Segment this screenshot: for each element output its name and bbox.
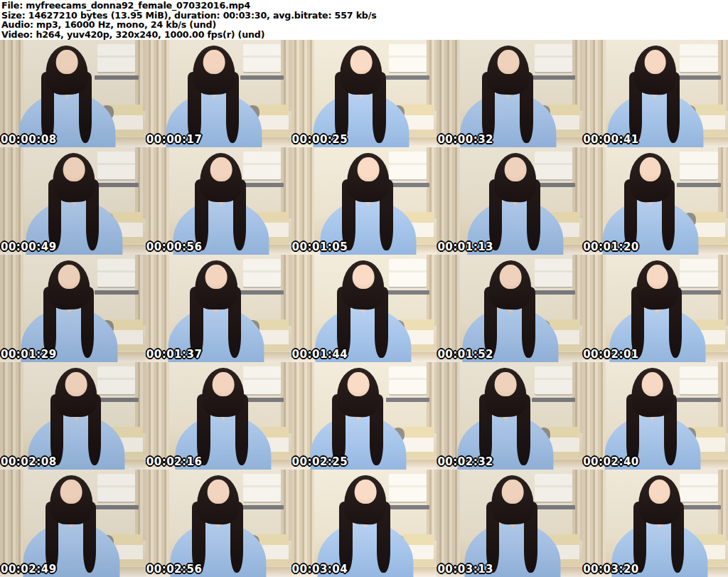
video-thumbnail: 00:02:49 [0, 470, 146, 577]
face-shape [644, 50, 666, 75]
timestamp-overlay: 00:03:13 [437, 563, 493, 576]
face-shape [494, 372, 516, 397]
video-thumbnail: 00:00:32 [437, 40, 582, 147]
video-thumbnail: 00:02:25 [291, 362, 437, 470]
video-frame-placeholder [291, 255, 437, 362]
media-info-header: File: myfreecams_donna92_female_07032016… [0, 0, 728, 40]
video-frame-placeholder [146, 255, 291, 362]
person-silhouette [4, 362, 146, 470]
person-silhouette [291, 255, 437, 362]
video-thumbnail: 00:01:05 [291, 147, 437, 255]
video-frame-placeholder [0, 40, 146, 147]
face-shape [641, 372, 663, 397]
person-silhouette [0, 470, 144, 577]
person-silhouette [146, 255, 289, 362]
face-shape [499, 265, 521, 290]
face-shape [355, 480, 377, 504]
video-frame-placeholder [582, 255, 728, 362]
video-frame-placeholder [291, 147, 437, 255]
timestamp-overlay: 00:02:25 [292, 455, 348, 468]
video-frame-placeholder [437, 362, 582, 470]
video-frame-placeholder [0, 147, 146, 255]
video-thumbnail: 00:02:32 [437, 362, 582, 470]
video-frame-placeholder [291, 470, 437, 577]
video-frame-placeholder [146, 362, 291, 470]
video-thumbnail: 00:01:13 [437, 147, 582, 255]
person-silhouette [296, 147, 437, 255]
timestamp-overlay: 00:01:52 [437, 348, 493, 361]
timestamp-overlay: 00:01:13 [437, 240, 493, 253]
thumbnail-grid: 00:00:08 00:00:17 [0, 40, 728, 577]
timestamp-overlay: 00:00:41 [583, 133, 639, 146]
video-frame-placeholder [0, 362, 146, 470]
person-silhouette [442, 147, 582, 255]
timestamp-overlay: 00:01:29 [1, 348, 57, 361]
person-silhouette [437, 362, 578, 470]
video-thumbnail: 00:01:29 [0, 255, 146, 362]
video-frame-placeholder [0, 255, 146, 362]
face-shape [203, 50, 225, 75]
person-silhouette [437, 255, 582, 362]
face-shape [648, 480, 670, 504]
video-thumbnail: 00:01:52 [437, 255, 582, 362]
face-shape [213, 372, 235, 397]
video-thumbnail: 00:03:04 [291, 470, 437, 577]
video-frame-placeholder [437, 147, 582, 255]
size-info-line: Size: 14627210 bytes (13.95 MiB), durati… [1, 11, 728, 21]
person-silhouette [146, 470, 291, 577]
video-thumbnail: 00:03:13 [437, 470, 582, 577]
video-frame-placeholder [146, 470, 291, 577]
person-silhouette [293, 470, 437, 577]
timestamp-overlay: 00:00:17 [146, 133, 203, 146]
timestamp-overlay: 00:02:32 [437, 455, 493, 468]
audio-info-line: Audio: mp3, 16000 Hz, mono, 24 kb/s (und… [1, 20, 728, 30]
timestamp-overlay: 00:02:40 [583, 455, 639, 468]
timestamp-overlay: 00:01:05 [292, 240, 348, 253]
video-frame-placeholder [291, 40, 437, 147]
person-silhouette [439, 470, 582, 577]
face-shape [646, 265, 668, 290]
timestamp-overlay: 00:00:08 [1, 133, 57, 146]
video-thumbnail: 00:01:37 [146, 255, 291, 362]
timestamp-overlay: 00:01:37 [146, 348, 203, 361]
video-frame-placeholder [582, 470, 728, 577]
video-thumbnail: 00:01:20 [582, 147, 728, 255]
video-thumbnail: 00:00:49 [0, 147, 146, 255]
person-silhouette [584, 255, 728, 362]
video-thumbnail: 00:02:08 [0, 362, 146, 470]
timestamp-overlay: 00:01:44 [292, 348, 348, 361]
video-thumbnail: 00:00:56 [146, 147, 291, 255]
timestamp-overlay: 00:00:56 [146, 240, 203, 253]
video-frame-placeholder [291, 362, 437, 470]
person-silhouette [149, 147, 291, 255]
timestamp-overlay: 00:02:16 [146, 455, 203, 468]
timestamp-overlay: 00:02:56 [146, 563, 203, 576]
face-shape [65, 372, 87, 397]
video-thumbnail: 00:01:44 [291, 255, 437, 362]
video-thumbnail: 00:00:08 [0, 40, 146, 147]
timestamp-overlay: 00:02:49 [1, 563, 57, 576]
face-shape [501, 480, 523, 504]
person-silhouette [0, 255, 142, 362]
person-silhouette [151, 362, 291, 470]
timestamp-overlay: 00:02:08 [1, 455, 57, 468]
video-thumbnail: 00:02:40 [582, 362, 728, 470]
face-shape [60, 480, 82, 504]
person-silhouette [582, 362, 725, 470]
video-frame-placeholder [146, 40, 291, 147]
video-frame-placeholder [437, 40, 582, 147]
timestamp-overlay: 00:00:25 [292, 133, 348, 146]
video-thumbnail: 00:00:41 [582, 40, 728, 147]
face-shape [350, 50, 373, 75]
video-frame-placeholder [582, 147, 728, 255]
contact-sheet: File: myfreecams_donna92_female_07032016… [0, 0, 728, 577]
video-thumbnail: 00:00:25 [291, 40, 437, 147]
timestamp-overlay: 00:00:49 [1, 240, 57, 253]
person-silhouette [582, 40, 728, 147]
timestamp-overlay: 00:02:01 [583, 348, 639, 361]
timestamp-overlay: 00:03:04 [292, 563, 348, 576]
file-info-line: File: myfreecams_donna92_female_07032016… [1, 1, 728, 11]
video-thumbnail: 00:00:17 [146, 40, 291, 147]
video-frame-placeholder [582, 40, 728, 147]
person-silhouette [291, 40, 434, 147]
